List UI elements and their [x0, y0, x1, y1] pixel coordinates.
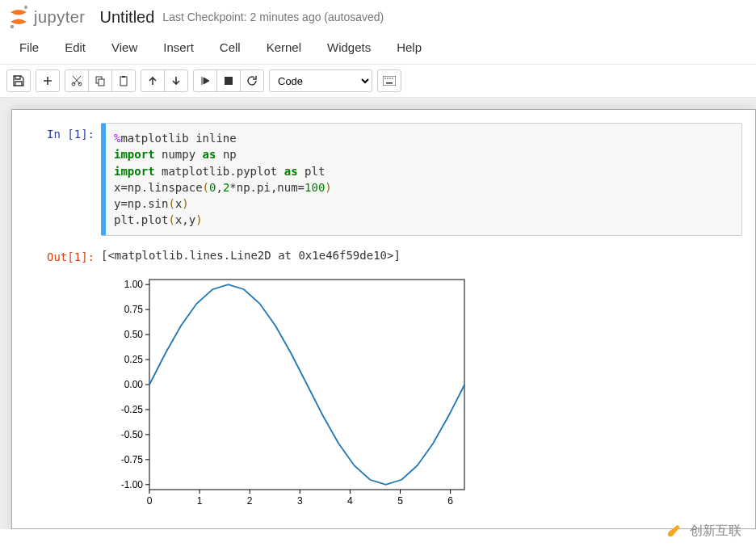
- jupyter-icon: [8, 5, 29, 29]
- interrupt-button[interactable]: [216, 69, 241, 92]
- notebook-container: In [1]: %matplotlib inline import numpy …: [11, 109, 756, 529]
- code-cell-1[interactable]: In [1]: %matplotlib inline import numpy …: [12, 120, 755, 239]
- move-down-button[interactable]: [164, 69, 188, 92]
- svg-text:0: 0: [147, 495, 153, 507]
- svg-rect-5: [99, 79, 104, 86]
- checkpoint-text: Last Checkpoint: 2 minutes ago (autosave…: [162, 11, 384, 23]
- svg-point-12: [389, 78, 391, 79]
- menu-file[interactable]: File: [6, 36, 52, 59]
- svg-text:0.25: 0.25: [124, 354, 144, 365]
- svg-rect-6: [120, 77, 127, 86]
- output-text: [<matplotlib.lines.Line2D at 0x1e46f59de…: [101, 249, 755, 262]
- brush-icon: [667, 522, 685, 529]
- restart-button[interactable]: [240, 69, 264, 92]
- notebook-title[interactable]: Untitled: [100, 8, 155, 27]
- cell-type-select[interactable]: Code: [269, 69, 372, 92]
- arrow-down-icon: [171, 76, 181, 86]
- svg-point-11: [387, 78, 388, 79]
- menu-edit[interactable]: Edit: [52, 36, 99, 59]
- copy-icon: [94, 75, 106, 86]
- run-icon: [200, 76, 210, 86]
- code-input-area[interactable]: %matplotlib inline import numpy as np im…: [101, 123, 742, 236]
- svg-rect-9: [383, 76, 396, 86]
- menu-view[interactable]: View: [99, 36, 150, 59]
- notebook-header: jupyter Untitled Last Checkpoint: 2 minu…: [0, 0, 756, 32]
- copy-button[interactable]: [88, 69, 112, 92]
- jupyter-logo[interactable]: jupyter: [8, 5, 86, 29]
- svg-text:-0.50: -0.50: [121, 429, 144, 440]
- svg-text:0.75: 0.75: [124, 304, 144, 315]
- output-plot: -1.00-0.75-0.50-0.250.000.250.500.751.00…: [101, 271, 472, 514]
- output-prompt: Out[1]:: [12, 246, 101, 516]
- svg-text:1: 1: [197, 495, 203, 507]
- svg-text:0.50: 0.50: [124, 329, 144, 340]
- move-up-button[interactable]: [141, 69, 165, 92]
- output-area: [<matplotlib.lines.Line2D at 0x1e46f59de…: [101, 246, 755, 516]
- toolbar: Code: [0, 65, 756, 98]
- restart-icon: [246, 75, 258, 86]
- svg-rect-7: [122, 76, 125, 78]
- svg-text:-0.25: -0.25: [121, 404, 144, 415]
- move-group: [141, 69, 188, 92]
- cut-icon: [71, 75, 82, 86]
- svg-text:-1.00: -1.00: [121, 479, 144, 490]
- insert-cell-button[interactable]: [36, 69, 60, 92]
- svg-rect-8: [225, 77, 233, 85]
- svg-point-0: [24, 6, 27, 9]
- jupyter-logo-text: jupyter: [34, 8, 86, 27]
- notebook-body: In [1]: %matplotlib inline import numpy …: [0, 98, 756, 529]
- watermark: 创新互联: [667, 522, 741, 529]
- svg-point-13: [392, 78, 393, 79]
- menu-cell[interactable]: Cell: [207, 36, 254, 59]
- keyboard-icon: [383, 76, 396, 86]
- arrow-up-icon: [148, 76, 158, 86]
- stop-icon: [225, 77, 233, 85]
- edit-group: [65, 69, 136, 92]
- svg-point-10: [384, 78, 386, 79]
- code-content[interactable]: %matplotlib inline import numpy as np im…: [101, 123, 742, 236]
- menu-kernel[interactable]: Kernel: [254, 36, 314, 59]
- run-group: [193, 69, 264, 92]
- svg-text:6: 6: [447, 495, 453, 507]
- run-button[interactable]: [193, 69, 217, 92]
- cut-button[interactable]: [65, 69, 89, 92]
- svg-text:3: 3: [297, 495, 303, 507]
- menu-help[interactable]: Help: [384, 36, 435, 59]
- svg-text:4: 4: [347, 495, 353, 507]
- svg-text:2: 2: [247, 495, 253, 507]
- save-button[interactable]: [6, 69, 31, 92]
- menu-insert[interactable]: Insert: [150, 36, 207, 59]
- save-icon: [13, 75, 24, 86]
- plus-icon: [43, 76, 52, 86]
- menubar: File Edit View Insert Cell Kernel Widget…: [0, 32, 756, 65]
- paste-button[interactable]: [111, 69, 136, 92]
- svg-text:0.00: 0.00: [124, 379, 144, 390]
- command-palette-button[interactable]: [377, 69, 401, 92]
- svg-text:-0.75: -0.75: [121, 454, 144, 465]
- svg-text:1.00: 1.00: [124, 279, 144, 290]
- output-cell-1: Out[1]: [<matplotlib.lines.Line2D at 0x1…: [12, 242, 755, 519]
- input-prompt: In [1]:: [12, 123, 101, 236]
- svg-rect-14: [386, 82, 393, 84]
- svg-text:5: 5: [397, 495, 403, 507]
- menu-widgets[interactable]: Widgets: [314, 36, 384, 59]
- svg-point-1: [10, 25, 14, 28]
- paste-icon: [118, 75, 129, 86]
